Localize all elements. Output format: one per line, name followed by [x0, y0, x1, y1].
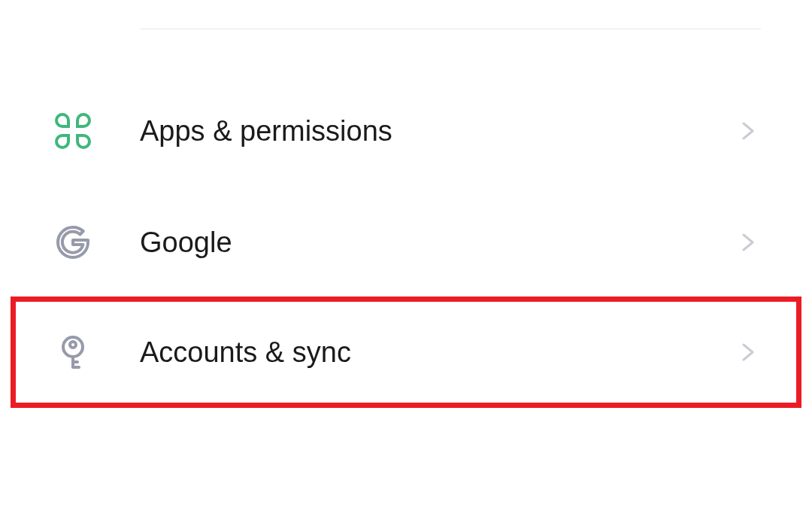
- apps-clover-icon: [53, 111, 93, 151]
- chevron-right-icon: [737, 341, 759, 363]
- settings-list: Apps & permissions Google: [0, 75, 812, 408]
- svg-point-1: [70, 342, 76, 348]
- key-icon: [53, 332, 93, 373]
- chevron-right-icon: [737, 120, 759, 142]
- settings-item-label: Google: [140, 227, 737, 259]
- chevron-right-icon: [737, 231, 759, 254]
- google-g-icon: [53, 222, 93, 263]
- settings-item-label: Accounts & sync: [140, 336, 737, 369]
- settings-item-accounts-sync[interactable]: Accounts & sync: [11, 297, 801, 408]
- section-divider: [140, 29, 761, 29]
- settings-item-apps-permissions[interactable]: Apps & permissions: [0, 75, 812, 187]
- settings-item-label: Apps & permissions: [140, 115, 737, 148]
- settings-item-google[interactable]: Google: [0, 187, 812, 298]
